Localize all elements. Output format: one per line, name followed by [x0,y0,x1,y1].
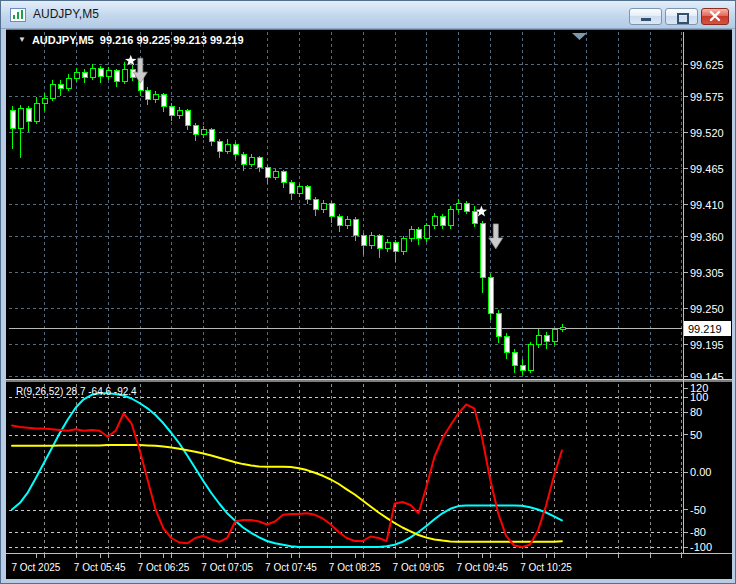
candle-body [552,330,557,342]
current-price-label: 99.219 [688,323,722,335]
candle-body [241,154,246,164]
candle-body [416,229,421,239]
candle-body [281,172,286,183]
price-axis-label: 99.465 [690,163,724,175]
star-icon [125,55,137,66]
candle-body [257,158,262,168]
candle-body [153,95,158,100]
time-axis-label: 7 Oct 07:45 [265,562,317,573]
candle-body [448,210,453,226]
time-axis-label: 7 Oct 09:05 [393,562,445,573]
restore-button[interactable] [665,8,698,25]
candle-body [297,187,302,194]
candle-body [321,203,326,210]
candle-body [42,98,47,103]
candle-body [401,239,406,252]
candle-body [265,167,270,177]
candle-body [520,366,525,371]
candle-body [26,109,31,121]
candle-body [377,236,382,249]
candle-body [185,111,190,125]
price-axis-label: 99.625 [690,59,724,71]
candle-body [464,203,469,211]
close-button[interactable] [701,8,729,25]
titlebar[interactable]: AUDJPY,M5 [1,1,735,29]
candle-body [161,95,166,107]
candle-body [409,229,414,239]
candle-body [106,71,111,77]
candle-body [361,236,366,246]
candle-body [528,345,533,371]
price-axis-label: 99.195 [690,339,724,351]
candle-body [512,353,517,366]
candle-body [472,212,477,224]
candle-body [345,219,350,226]
candle-body [177,111,182,116]
indicator-axis-label: -50 [690,504,706,516]
chart-canvas[interactable]: 99.62599.57599.52099.46599.41099.36099.3… [6,30,732,579]
candle-body [337,216,342,226]
price-axis-label: 99.520 [690,127,724,139]
close-icon [702,9,728,24]
candle-body [385,242,390,249]
candle-body [82,72,87,77]
candle-body [496,314,501,337]
chart-window: AUDJPY,M5 99.62599.57599.52099.46599.410… [0,0,736,584]
candle-body [432,216,437,226]
candle-body [273,172,278,177]
restore-icon [677,13,689,24]
candle-body [249,158,254,165]
candle-body [74,72,79,78]
time-axis-label: 7 Oct 2025 [11,562,60,573]
candle-body [122,69,127,81]
candle-body [313,200,318,210]
candle-body [169,106,174,115]
candle-body [536,335,541,345]
price-axis-label: 99.305 [690,267,724,279]
candle-body [225,145,230,152]
time-axis-label: 7 Oct 06:25 [138,562,190,573]
price-axis-label: 99.410 [690,199,724,211]
candle-body [305,187,310,200]
indicator-line-yellow [12,445,562,542]
candle-body [209,130,214,142]
candle-body [217,141,222,151]
chart-shift-marker[interactable] [572,33,587,40]
chart-client-area[interactable]: 99.62599.57599.52099.46599.41099.36099.3… [6,29,732,579]
price-axis-label: 99.250 [690,303,724,315]
candle-body [98,69,103,77]
candle-body [145,90,150,99]
candle-body [544,335,549,342]
candle-body [193,125,198,135]
indicator-axis-label: 0.00 [690,466,711,478]
time-axis-label: 7 Oct 05:45 [74,562,126,573]
candle-body [504,336,509,352]
candle-body [393,242,398,252]
window-title: AUDJPY,M5 [33,7,99,21]
app-icon [10,7,26,23]
candle-body [10,111,15,129]
candle-body [488,277,493,313]
minimize-icon [641,18,651,21]
time-axis-label: 7 Oct 09:45 [456,562,508,573]
candle-body [353,219,358,235]
candle-body [440,216,445,226]
candle-body [456,203,461,210]
ohlc-header: ▼ AUDJPY,M5 99.216 99.225 99.213 99.219 [18,34,244,46]
price-axis-label: 99.360 [690,231,724,243]
indicator-axis-label: 100 [690,391,708,403]
indicator-axis-label: 80 [690,406,702,418]
candle-body [66,78,71,88]
candle-body [369,236,374,246]
price-axis-label: 99.575 [690,91,724,103]
candle-body [289,183,294,193]
triangle-down-icon[interactable]: ▼ [18,36,26,44]
indicator-line-cyan [12,393,562,547]
candle-body [50,84,55,98]
time-axis-label: 7 Oct 08:25 [329,562,381,573]
candle-body [480,224,485,277]
time-axis-label: 7 Oct 10:25 [520,562,572,573]
minimize-button[interactable] [629,8,662,25]
candle-body [329,203,334,216]
candle-body [424,226,429,239]
